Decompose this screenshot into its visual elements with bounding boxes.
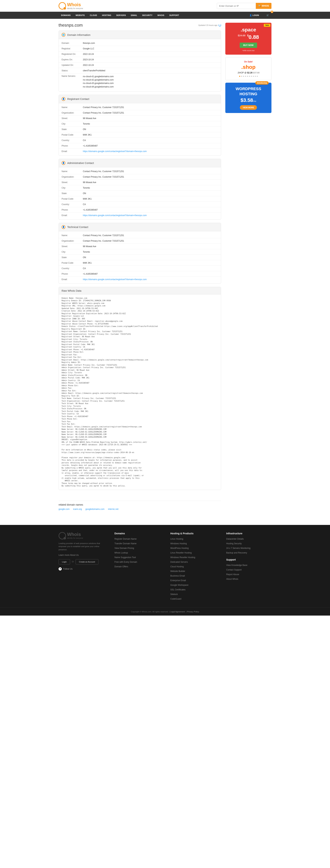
footer-link[interactable]: 24 x 7 Servers Monitoring xyxy=(226,547,271,549)
dot[interactable] xyxy=(257,76,258,77)
email-link[interactable]: https://domains.google.com/contactregist… xyxy=(83,278,147,281)
panel-title: Domain Information xyxy=(67,33,90,36)
dot[interactable] xyxy=(251,76,252,77)
refresh-icon[interactable] xyxy=(218,24,221,26)
nav-item-hosting[interactable]: HOSTING xyxy=(99,12,114,19)
wp-title-2: HOSTING xyxy=(229,92,268,96)
related-link[interactable]: internic.net xyxy=(108,508,119,510)
dot[interactable] xyxy=(239,76,240,77)
row-value: 96 Mowat Ave xyxy=(83,117,218,120)
promo-space[interactable]: Sale .space $24.88 $0.88 BUY NOW *while … xyxy=(225,23,271,55)
row-key: Registered On: xyxy=(62,53,83,55)
footer-or: Or xyxy=(72,561,74,563)
footer-link[interactable]: Hosting Security xyxy=(226,542,271,545)
promo-space-tld: .space xyxy=(229,27,268,33)
buy-now-button[interactable]: BUY NOW xyxy=(240,42,257,48)
dot[interactable] xyxy=(255,76,256,77)
nav-item-website[interactable]: WEBSITE xyxy=(73,12,87,19)
footer-link[interactable]: Business Email xyxy=(170,575,216,577)
related-link[interactable]: google.com xyxy=(59,508,69,510)
promo-space-new: $0.88 xyxy=(247,34,259,40)
domain-title: thesnps.com xyxy=(59,23,83,28)
learn-more-link[interactable]: Learn more About Us xyxy=(59,554,104,556)
nav-item-domains[interactable]: DOMAINS xyxy=(59,12,73,19)
legal-link[interactable]: Legal Agreement xyxy=(170,611,185,613)
footer-link[interactable]: Contact Support xyxy=(226,568,271,571)
row-value: 2022-10-24 xyxy=(83,53,218,55)
footer-create-button[interactable]: Create an Account xyxy=(76,559,98,564)
footer-link[interactable]: Free with Every Domain xyxy=(114,561,160,563)
cart-link[interactable]: 🛒 0 xyxy=(264,12,271,19)
panel-admin: 👤Administrative ContactName:Contact Priv… xyxy=(59,159,221,220)
dot[interactable] xyxy=(247,76,248,77)
footer-link[interactable]: Name Suggestion Tool xyxy=(114,556,160,559)
footer-link[interactable]: Domain Offers xyxy=(114,565,160,568)
footer-link[interactable]: Sitelock xyxy=(170,593,216,595)
nav-right: 👤 LOGIN 🛒 0 xyxy=(247,12,271,19)
row-value: Toronto xyxy=(83,251,218,253)
nav-item-servers[interactable]: SERVERS xyxy=(114,12,128,19)
footer-link[interactable]: About Whois xyxy=(226,578,271,580)
footer-link[interactable]: Register Domain Name xyxy=(114,538,160,540)
sidebar: Sale .space $24.88 $0.88 BUY NOW *while … xyxy=(225,23,271,116)
info-row: Organization:Contact Privacy Inc. Custom… xyxy=(59,110,221,116)
footer-link[interactable]: Transfer Domain Name xyxy=(114,542,160,545)
logo[interactable]: Whois identity for everyone xyxy=(59,2,83,9)
footer-link[interactable]: Google Workspace xyxy=(170,584,216,586)
promo-space-fine: *while stocks last xyxy=(229,50,268,52)
login-link[interactable]: 👤 LOGIN xyxy=(247,12,262,19)
onsale-tag: On Sale! xyxy=(229,61,268,63)
nav-item-email[interactable]: EMAIL xyxy=(128,12,140,19)
footer-link[interactable]: Backup and Recovery xyxy=(226,552,271,554)
footer-link[interactable]: Whois Lookup xyxy=(114,552,160,554)
email-link[interactable]: https://domains.google.com/contactregist… xyxy=(83,214,147,217)
footer-link[interactable]: Enterprise Email xyxy=(170,579,216,582)
footer-link[interactable]: Linux Reseller Hosting xyxy=(170,552,216,554)
info-row: Country:CA xyxy=(59,202,221,207)
dot[interactable] xyxy=(253,76,254,77)
search-button[interactable]: 🔍 WHOIS xyxy=(256,3,271,9)
privacy-link[interactable]: Privacy Policy xyxy=(187,611,199,613)
dot[interactable] xyxy=(241,76,242,77)
row-key: Email: xyxy=(62,150,83,153)
footer-link[interactable]: SSL Certificates xyxy=(170,588,216,591)
related-link[interactable]: icann.org xyxy=(73,508,82,510)
info-row: Domain:thesnps.com xyxy=(59,40,221,46)
dot[interactable] xyxy=(243,76,244,77)
dot[interactable] xyxy=(245,76,246,77)
follow-us[interactable]: ✕ Follow Us xyxy=(59,567,104,570)
footer-link[interactable]: Datacenter Details xyxy=(226,538,271,540)
panel-title: Registrant Contact xyxy=(67,97,89,100)
footer-link[interactable]: Website Builder xyxy=(170,570,216,572)
footer-link[interactable]: CodeGuard xyxy=(170,598,216,600)
dot[interactable] xyxy=(249,76,250,77)
footer-link[interactable]: Cloud Hosting xyxy=(170,565,216,568)
footer-link[interactable]: Windows Reseller Hosting xyxy=(170,556,216,559)
info-row: Country:CA xyxy=(59,138,221,143)
footer-link[interactable]: View Domain Pricing xyxy=(114,547,160,549)
row-key: City: xyxy=(62,251,83,253)
raw-whois-data: Domain Name: thesnps.com Registry Domain… xyxy=(59,294,221,490)
footer-link[interactable]: View Knowledge Base xyxy=(226,564,271,566)
footer-link[interactable]: Dedicated Servers xyxy=(170,561,216,563)
footer-login-button[interactable]: Login xyxy=(59,559,70,564)
nav-item-support[interactable]: SUPPORT xyxy=(167,12,181,19)
email-link[interactable]: https://domains.google.com/contactregist… xyxy=(83,150,147,153)
row-key: Domain: xyxy=(62,42,83,44)
nav-item-whois[interactable]: WHOIS xyxy=(155,12,167,19)
footer-link[interactable]: Windows Hosting xyxy=(170,542,216,545)
info-row: City:Toronto xyxy=(59,249,221,255)
nav-left: DOMAINSWEBSITECLOUDHOSTINGSERVERSEMAILSE… xyxy=(59,12,181,19)
nav-item-cloud[interactable]: CLOUD xyxy=(87,12,99,19)
search-input[interactable] xyxy=(217,3,256,9)
nav-item-security[interactable]: SECURITY xyxy=(140,12,155,19)
info-row: State:ON xyxy=(59,255,221,260)
footer-link[interactable]: Report Abuse xyxy=(226,573,271,576)
promo-shop[interactable]: On Sale! .shop .SHOP @ $2.28 $37.88 xyxy=(225,57,271,80)
view-more-button[interactable]: VIEW MORE xyxy=(240,105,257,110)
footer-link[interactable]: WordPress Hosting xyxy=(170,547,216,549)
promo-wordpress[interactable]: Introducing WORDPRESS HOSTING $3.58/mo V… xyxy=(225,83,271,113)
related-link[interactable]: googledomains.com xyxy=(85,508,104,510)
footer-link[interactable]: Linux Hosting xyxy=(170,538,216,540)
row-key: Name: xyxy=(62,170,83,173)
